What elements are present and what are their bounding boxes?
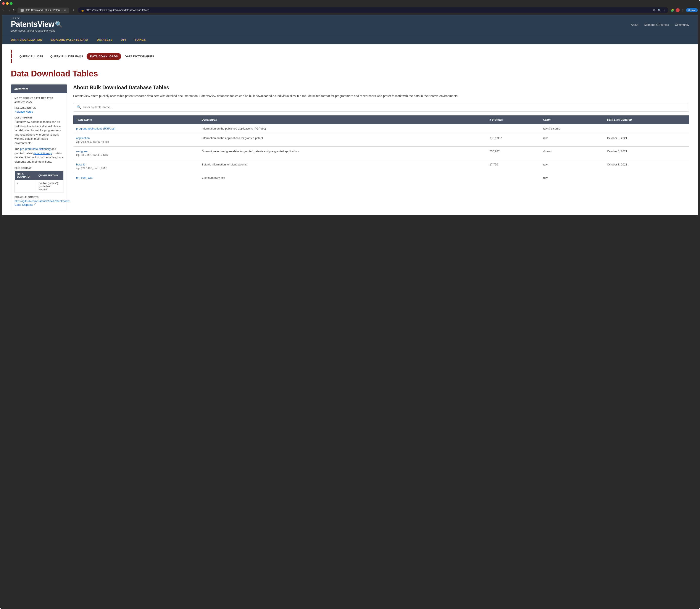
top-nav-methods[interactable]: Methods & Sources	[644, 23, 669, 27]
search-icon: 🔍	[658, 8, 661, 12]
logo-tagline: Learn About Patents Around the World	[11, 29, 62, 32]
sidebar-header: Metadata	[11, 85, 67, 93]
table-row: pregrant applications (PGPubs) Informati…	[73, 124, 689, 134]
sub-nav-data-downloads[interactable]: DATA DOWNLOADS	[87, 53, 121, 60]
table-cell-updated-2: October 8, 2021	[604, 146, 689, 160]
main-nav-api[interactable]: API	[121, 35, 126, 45]
refresh-button[interactable]: ↻	[13, 8, 15, 12]
sidebar-release-notes-label: RELEASE NOTES	[15, 107, 64, 109]
minimize-dot[interactable]	[6, 2, 8, 5]
close-dot[interactable]	[2, 2, 5, 5]
table-cell-rows-4	[487, 173, 540, 182]
sidebar-description-text2: The pre-grant data dictionary and grante…	[15, 147, 64, 164]
external-link-icon: ↗	[34, 203, 36, 205]
top-nav-community[interactable]: Community	[675, 23, 689, 27]
logo: USPTO PatentsView 🔍 Learn About Patents …	[11, 15, 62, 35]
tab-title[interactable]: Data Download Tables | Patent...	[25, 8, 62, 12]
maximize-dot[interactable]	[10, 2, 13, 5]
top-nav-about[interactable]: About	[631, 23, 638, 27]
table-name-link-3[interactable]: botanic	[76, 163, 196, 166]
table-cell-updated-3: October 8, 2021	[604, 160, 689, 173]
table-meta-3: zip: 624.5 KiB, tsv: 1.2 MiB	[76, 167, 196, 170]
table-name-link-1[interactable]: application	[76, 136, 196, 140]
sidebar-recent-label: MOST RECENT DATA UPDATES	[15, 97, 64, 100]
main-content: About Bulk Download Database Tables Pate…	[73, 85, 689, 210]
table-cell-desc-2: Disambiguated assignee data for granted …	[199, 146, 487, 160]
sidebar-recent-date: June 29, 2021	[15, 100, 64, 104]
sidebar: Metadata MOST RECENT DATA UPDATES June 2…	[11, 85, 67, 210]
sub-nav-data-dicts[interactable]: DATA DICTIONARIES	[121, 53, 158, 60]
main-nav-data-viz[interactable]: DATA VISUALIZATION	[11, 35, 42, 45]
table-cell-name: botanic zip: 624.5 KiB, tsv: 1.2 MiB	[73, 160, 199, 173]
table-cell-updated-4	[604, 173, 689, 182]
about-section-desc: PatentsView offers publicly accessible p…	[73, 93, 689, 98]
table-cell-desc-0: Information on the published application…	[199, 124, 487, 134]
bookmark-icon[interactable]: ☆	[663, 8, 665, 12]
address-bar-url[interactable]: https://patentsview.org/download/data-do…	[86, 8, 651, 12]
update-button[interactable]: Update	[686, 8, 698, 12]
sidebar-file-format-label: FILE FORMAT	[15, 167, 64, 169]
table-meta-1: zip: 76.6 MiB, tsv: 417.9 MiB	[76, 140, 196, 143]
table-name-link-4[interactable]: brf_sum_text	[76, 176, 196, 179]
lock-icon: 🔒	[81, 8, 84, 12]
filter-input[interactable]	[83, 105, 685, 109]
filter-box: 🔍	[73, 103, 689, 111]
table-row: botanic zip: 624.5 KiB, tsv: 1.2 MiB Bot…	[73, 160, 689, 173]
table-meta-2: zip: 18.5 MiB, tsv: 38.7 MiB	[76, 154, 196, 157]
table-cell-updated-1: October 8, 2021	[604, 134, 689, 146]
granted-patent-dict-link[interactable]: data dictionary	[33, 152, 52, 155]
table-cell-rows-0	[487, 124, 540, 134]
main-nav-explore[interactable]: EXPLORE PATENTS DATA	[51, 35, 88, 45]
data-table: Table Name Description # of Rows Origin …	[73, 116, 689, 182]
tab-close-button[interactable]: ✕	[64, 9, 66, 12]
table-cell-origin-4: raw	[540, 173, 604, 182]
table-cell-name: application zip: 76.6 MiB, tsv: 417.9 Mi…	[73, 134, 199, 146]
sidebar-description-label: DESCRIPTION	[15, 116, 64, 119]
top-nav: About Methods & Sources Community	[631, 23, 689, 27]
logo-name: PatentsView	[11, 20, 54, 29]
file-format-col-quote: QUOTE SETTING	[36, 171, 64, 180]
sub-nav-query-faqs[interactable]: QUERY BUILDER FAQS	[47, 53, 87, 60]
table-cell-desc-3: Botanic information for plant patents	[199, 160, 487, 173]
sidebar-example-scripts-label: EXAMPLE SCRIPTS	[15, 196, 64, 198]
col-description: Description	[199, 116, 487, 124]
sidebar-release-notes-link[interactable]: Release Notes	[15, 110, 64, 113]
table-cell-rows-3: 17,756	[487, 160, 540, 173]
sub-nav-query-builder[interactable]: QUERY BUILDER	[16, 53, 47, 60]
profile-icon[interactable]	[676, 8, 680, 12]
table-row: assignee zip: 18.5 MiB, tsv: 38.7 MiB Di…	[73, 146, 689, 160]
pre-grant-dict-link[interactable]: pre-grant data dictionary	[20, 147, 51, 151]
new-tab-button[interactable]: +	[71, 8, 75, 12]
table-cell-name: assignee zip: 18.5 MiB, tsv: 38.7 MiB	[73, 146, 199, 160]
table-cell-origin-2: disamb	[540, 146, 604, 160]
sidebar-description-text: PatentsView database tables can be bulk …	[15, 120, 64, 145]
table-cell-origin-1: raw	[540, 134, 604, 146]
forward-button[interactable]: →	[7, 8, 11, 12]
table-cell-desc-4: Brief summary text	[199, 173, 487, 182]
sub-nav-bars-icon	[11, 50, 12, 63]
back-button[interactable]: ←	[2, 8, 6, 12]
main-nav-topics[interactable]: TOPICS	[135, 35, 146, 45]
table-cell-desc-1: Information on the applications for gran…	[199, 134, 487, 146]
table-name-link-0[interactable]: pregrant applications (PGPubs)	[76, 127, 196, 130]
file-format-quote-val: Double Quote ("); Quote Non Numeric	[36, 180, 64, 193]
file-format-table: FIELD SEPARATOR QUOTE SETTING \t Double …	[15, 171, 64, 193]
table-cell-rows-1: 7,811,937	[487, 134, 540, 146]
col-table-name: Table Name	[73, 116, 199, 124]
table-row: application zip: 76.6 MiB, tsv: 417.9 Mi…	[73, 134, 689, 146]
about-section-title: About Bulk Download Database Tables	[73, 85, 689, 90]
file-format-separator-val: \t	[15, 180, 36, 193]
sub-nav: QUERY BUILDER QUERY BUILDER FAQS DATA DO…	[11, 50, 689, 63]
table-name-link-2[interactable]: assignee	[76, 150, 196, 153]
example-scripts-link[interactable]: https://github.com/PatentsView/PatentsVi…	[15, 199, 70, 206]
extensions-icon[interactable]: 🧩	[670, 8, 674, 12]
uspto-label: USPTO	[11, 17, 62, 20]
screen-share-icon: ⊞	[653, 8, 656, 12]
table-row: brf_sum_text Brief summary text raw	[73, 173, 689, 182]
menu-icon[interactable]: ⋮	[681, 8, 684, 12]
table-cell-updated-0	[604, 124, 689, 134]
main-nav-datasets[interactable]: DATASETS	[97, 35, 112, 45]
table-cell-origin-3: raw	[540, 160, 604, 173]
table-cell-name: pregrant applications (PGPubs)	[73, 124, 199, 134]
col-origin: Origin	[540, 116, 604, 124]
